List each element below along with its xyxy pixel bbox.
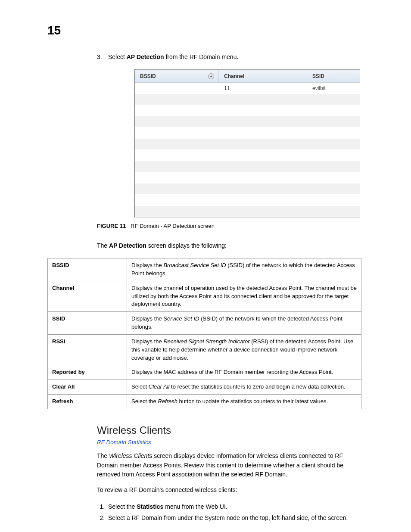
wireless-clients-paragraph: The Wireless Clients screen displays dev… (97, 451, 361, 479)
desc-value: Displays the Broadcast Service Set ID (S… (127, 258, 361, 281)
table-row[interactable] (135, 139, 360, 150)
desc-value: Displays the Received Signal Strength In… (127, 334, 361, 365)
step-text-post: from the RF Domain menu. (164, 53, 239, 60)
table-row[interactable] (135, 128, 360, 139)
table-row[interactable] (135, 105, 360, 116)
table-row[interactable] (135, 172, 360, 184)
desc-row: Clear AllSelect Clear All to reset the s… (48, 380, 361, 395)
lead-pre: The (97, 242, 109, 249)
step-text-bold: AP Detection (127, 53, 164, 60)
table-row[interactable]: 11evilbit (135, 83, 360, 94)
desc-row: RSSIDisplays the Received Signal Strengt… (48, 334, 361, 365)
desc-key: SSID (48, 312, 127, 335)
figure-caption-text: RF Domain - AP Detection screen (131, 223, 215, 229)
table-row[interactable] (135, 161, 360, 172)
desc-value: Select Clear All to reset the statistics… (127, 380, 361, 395)
page-number: 15 (47, 24, 361, 37)
lead-post: screen displays the following: (146, 242, 227, 249)
col-header-bssid[interactable]: BSSID (135, 70, 219, 82)
wc-para-ital: Wireless Clients (109, 452, 152, 459)
section-heading: Wireless Clients (97, 424, 361, 436)
step-number: 3. (97, 53, 106, 62)
desc-key: RSSI (48, 334, 127, 365)
desc-key: BSSID (48, 258, 127, 281)
desc-value: Displays the channel of operation used b… (127, 281, 361, 312)
figure-caption: FIGURE 11 RF Domain - AP Detection scree… (97, 223, 361, 229)
wc-intro: To review a RF Domain's connected wirele… (97, 485, 361, 495)
lead-sentence: The AP Detection screen displays the fol… (97, 241, 361, 250)
table-row[interactable] (135, 150, 360, 161)
breadcrumb-link[interactable]: RF Domain Statistics (97, 439, 361, 445)
desc-row: BSSIDDisplays the Broadcast Service Set … (48, 258, 361, 281)
lead-bold: AP Detection (109, 242, 146, 249)
col-header-ssid[interactable]: SSID (307, 70, 360, 82)
list-item: Select the Statistics menu from the Web … (106, 501, 361, 513)
desc-key: Reported by (48, 365, 127, 380)
table-row[interactable] (135, 116, 360, 128)
desc-value: Select the Refresh button to update the … (127, 395, 361, 409)
table-row[interactable] (135, 195, 360, 206)
desc-key: Refresh (48, 395, 127, 409)
list-item: Select a RF Domain from under the System… (106, 512, 361, 524)
desc-row: RefreshSelect the Refresh button to upda… (48, 395, 361, 409)
desc-row: Reported byDisplays the MAC address of t… (48, 365, 361, 380)
desc-value: Displays the MAC address of the RF Domai… (127, 365, 361, 380)
sort-asc-icon[interactable] (208, 73, 214, 79)
desc-value: Displays the Service Set ID (SSID) of th… (127, 312, 361, 335)
desc-row: ChannelDisplays the channel of operation… (48, 281, 361, 312)
field-description-table: BSSIDDisplays the Broadcast Service Set … (47, 258, 361, 409)
desc-row: SSIDDisplays the Service Set ID (SSID) o… (48, 312, 361, 335)
col-header-channel[interactable]: Channel (219, 70, 307, 82)
figure-screenshot: BSSID Channel SSID 11evilbit (134, 69, 360, 218)
instruction-step-3: 3. Select AP Detection from the RF Domai… (97, 53, 361, 62)
cell-ssid: evilbit (307, 85, 360, 91)
step-text-pre: Select (108, 53, 127, 60)
table-row[interactable] (135, 206, 360, 217)
desc-key: Channel (48, 281, 127, 312)
wc-steps-list: Select the Statistics menu from the Web … (97, 501, 361, 524)
wc-para-pre: The (97, 452, 109, 459)
desc-key: Clear All (48, 380, 127, 395)
figure-label: FIGURE 11 (97, 223, 126, 229)
col-header-bssid-label: BSSID (140, 73, 156, 79)
table-row[interactable] (135, 94, 360, 105)
table-row[interactable] (135, 184, 360, 195)
cell-channel: 11 (219, 85, 307, 91)
